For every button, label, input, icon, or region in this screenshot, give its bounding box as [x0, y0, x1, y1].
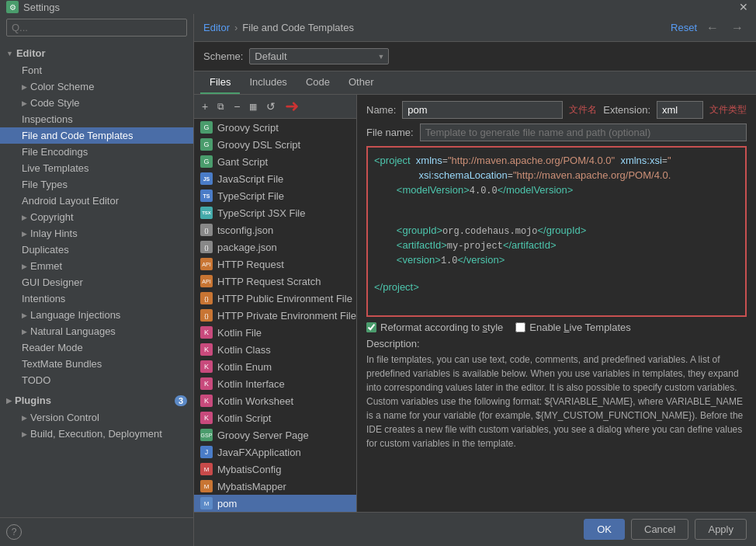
javafx-icon: J [200, 446, 213, 458]
list-item[interactable]: J JavaFXApplication [194, 443, 356, 461]
list-item[interactable]: K Kotlin Interface [194, 375, 356, 392]
list-item-label: package.json [217, 242, 277, 253]
sidebar-item-copyright[interactable]: Copyright [0, 209, 193, 225]
nav-forward-button[interactable]: → [728, 19, 747, 37]
template-list-container: + ⧉ − ▦ ↺ ➜ G Groovy Script G [194, 95, 357, 512]
sidebar-item-file-types[interactable]: File Types [0, 176, 193, 193]
list-item[interactable]: K Kotlin Enum [194, 358, 356, 375]
editor-label: Editor [16, 47, 46, 59]
breadcrumb-editor[interactable]: Editor [203, 22, 230, 33]
reset-link[interactable]: Reset [671, 22, 697, 33]
close-button[interactable]: ✕ [737, 1, 750, 13]
tab-files[interactable]: Files [200, 71, 240, 94]
sidebar-item-color-scheme[interactable]: Color Scheme [0, 78, 193, 95]
sidebar-item-inspections[interactable]: Inspections [0, 111, 193, 127]
tab-code[interactable]: Code [297, 71, 339, 94]
sidebar-section-editor[interactable]: Editor [0, 44, 193, 62]
list-item[interactable]: G Gant Script [194, 153, 356, 170]
typescript-jsx-icon: TSX [200, 207, 213, 219]
move-template-button[interactable]: ▦ [246, 100, 260, 113]
sidebar-item-font[interactable]: Font [0, 62, 193, 78]
sidebar-item-inlay-hints[interactable]: Inlay Hints [0, 225, 193, 242]
reformat-checkbox[interactable] [366, 322, 376, 332]
plugins-label[interactable]: Plugins [15, 395, 51, 406]
list-item[interactable]: {} package.json [194, 238, 356, 256]
settings-icon: ⚙ [6, 1, 19, 13]
list-item[interactable]: GSP Groovy Server Page [194, 426, 356, 443]
list-item[interactable]: API HTTP Request Scratch [194, 273, 356, 290]
search-input[interactable] [6, 19, 187, 37]
list-item[interactable]: G Groovy Script [194, 119, 356, 136]
copyright-label: Copyright [30, 211, 74, 223]
sidebar-item-gui-designer[interactable]: GUI Designer [0, 274, 193, 290]
build-execution-label: Build, Execution, Deployment [30, 428, 162, 440]
list-item[interactable]: M MybatisMapper [194, 478, 356, 495]
sidebar-item-code-style[interactable]: Code Style [0, 95, 193, 111]
extension-input[interactable] [657, 101, 703, 119]
title-bar-left: ⚙ Settings [6, 1, 60, 13]
sidebar-item-emmet[interactable]: Emmet [0, 258, 193, 274]
options-row: Reformat according to style Enable Live … [366, 322, 747, 333]
list-item[interactable]: TSX TypeScript JSX File [194, 204, 356, 221]
list-item[interactable]: M MybatisConfig [194, 461, 356, 478]
vc-chevron [22, 414, 27, 422]
sidebar-item-version-control[interactable]: Version Control [0, 409, 193, 426]
list-item[interactable]: K Kotlin Class [194, 341, 356, 358]
sidebar-item-live-templates[interactable]: Live Templates [0, 160, 193, 176]
reformat-checkbox-label[interactable]: Reformat according to style [366, 322, 503, 333]
list-item[interactable]: {} HTTP Private Environment File [194, 307, 356, 324]
filename-input[interactable] [420, 123, 747, 141]
list-item-label: Gant Script [217, 156, 268, 168]
bottom-right: OK Cancel Apply [584, 519, 747, 540]
code-editor[interactable]: <project xmlns="http://maven.apache.org/… [366, 146, 747, 317]
sidebar-item-file-encodings[interactable]: File Encodings [0, 144, 193, 160]
ok-button[interactable]: OK [584, 519, 625, 540]
apply-button[interactable]: Apply [695, 519, 747, 540]
android-layout-editor-label: Android Layout Editor [22, 195, 119, 207]
sidebar-item-reader-mode[interactable]: Reader Mode [0, 339, 193, 356]
extension-field-label: Extension: [603, 104, 650, 116]
list-item[interactable]: {} tsconfig.json [194, 221, 356, 238]
title-bar: ⚙ Settings ✕ [0, 0, 756, 14]
list-item[interactable]: TS TypeScript File [194, 187, 356, 204]
sidebar-item-language-injections[interactable]: Language Injections [0, 307, 193, 323]
sidebar-item-todo[interactable]: TODO [0, 372, 193, 388]
list-item-pom[interactable]: M pom [194, 495, 356, 512]
build-chevron [22, 430, 27, 438]
scheme-select[interactable]: Default [249, 48, 389, 64]
sidebar-item-duplicates[interactable]: Duplicates [0, 242, 193, 258]
tab-includes[interactable]: Includes [240, 71, 296, 94]
intentions-label: Intentions [22, 293, 65, 304]
sidebar-item-intentions[interactable]: Intentions [0, 290, 193, 307]
list-item[interactable]: K Kotlin Worksheet [194, 392, 356, 409]
list-item[interactable]: JS JavaScript File [194, 170, 356, 187]
sidebar-item-android-layout-editor[interactable]: Android Layout Editor [0, 193, 193, 209]
reformat-label: Reformat according to style [380, 322, 503, 333]
copy-template-button[interactable]: ⧉ [214, 99, 227, 113]
groovy-script-icon: G [200, 121, 213, 134]
sidebar-item-textmate-bundles[interactable]: TextMate Bundles [0, 356, 193, 372]
list-item[interactable]: {} HTTP Public Environment File [194, 290, 356, 307]
nav-back-button[interactable]: ← [703, 19, 722, 37]
sidebar-item-file-and-code-templates[interactable]: File and Code Templates [0, 127, 193, 144]
list-item-label: MybatisConfig [217, 464, 281, 475]
live-templates-checkbox-label[interactable]: Enable Live Templates [515, 322, 631, 333]
add-template-button[interactable]: + [199, 99, 211, 114]
list-item[interactable]: API HTTP Request [194, 256, 356, 273]
list-item[interactable]: K Kotlin File [194, 324, 356, 341]
cancel-button[interactable]: Cancel [631, 519, 688, 540]
list-item-label: Kotlin File [217, 327, 262, 339]
reset-template-button[interactable]: ↺ [263, 99, 279, 114]
sidebar-item-natural-languages[interactable]: Natural Languages [0, 323, 193, 339]
live-templates-checkbox[interactable] [515, 322, 525, 332]
sidebar-item-build-execution[interactable]: Build, Execution, Deployment [0, 426, 193, 442]
description-section: Description: In file templates, you can … [366, 338, 747, 450]
kotlin-interface-icon: K [200, 377, 213, 390]
tab-other[interactable]: Other [339, 71, 383, 94]
list-item[interactable]: K Kotlin Script [194, 409, 356, 426]
name-input[interactable] [402, 101, 563, 119]
list-item-label: TypeScript JSX File [217, 207, 305, 219]
list-item[interactable]: G Groovy DSL Script [194, 136, 356, 153]
help-button[interactable]: ? [6, 524, 22, 540]
remove-template-button[interactable]: − [231, 99, 243, 114]
